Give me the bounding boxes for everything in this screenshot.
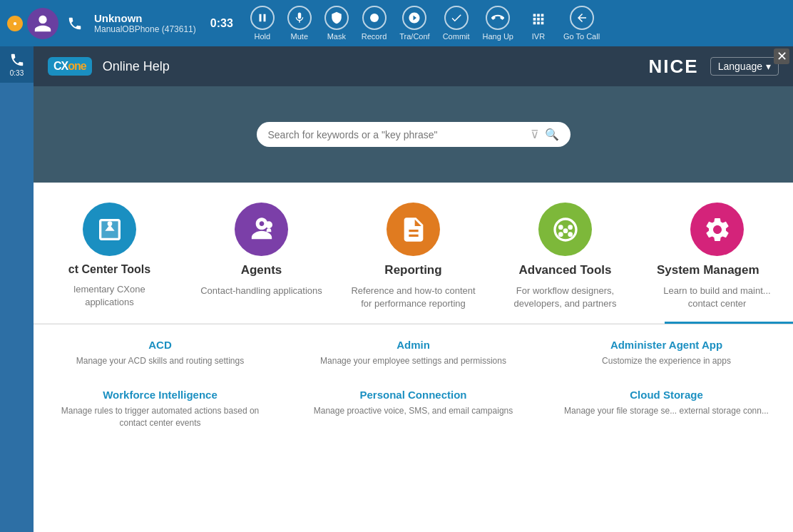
category-agents[interactable]: Agents Contact-handling applications: [185, 203, 337, 310]
svg-point-0: [370, 14, 379, 22]
reporting-desc: Reference and how-to contentfor performa…: [351, 285, 475, 310]
category-ct-center[interactable]: ct Center Tools lementary CXoneapplicati…: [34, 203, 185, 310]
ivr-button[interactable]: IVR: [526, 6, 551, 41]
link-personal-connection-desc: Manage proactive voice, SMS, and email c…: [301, 405, 526, 417]
link-administer-title[interactable]: Administer Agent App: [554, 339, 779, 351]
link-workforce-title[interactable]: Workforce Intelligence: [48, 389, 272, 401]
search-hero: ⊽ 🔍: [34, 86, 793, 183]
svg-point-6: [568, 225, 573, 230]
close-button[interactable]: ✕: [774, 48, 789, 64]
active-tab-underline: [665, 322, 793, 324]
svg-point-4: [265, 221, 272, 228]
sidebar-item-phone[interactable]: 0:33: [0, 46, 34, 83]
caller-sub: ManualOBPhone (473611): [94, 24, 196, 34]
transfer-conf-button[interactable]: Tra/Conf: [399, 6, 429, 41]
call-bar: ● Unknown ManualOBPhone (473611) 0:33 Ho…: [0, 0, 793, 46]
link-cloud-storage-title[interactable]: Cloud Storage: [554, 389, 779, 401]
svg-point-5: [558, 225, 563, 230]
language-selector[interactable]: Language ▾: [710, 57, 779, 76]
mask-button[interactable]: Mask: [324, 6, 349, 41]
link-administer-desc: Customize the experience in apps: [554, 355, 779, 367]
svg-point-3: [107, 221, 112, 226]
main-panel: CXone Online Help NICE Language ▾ ⊽ 🔍: [34, 46, 793, 532]
cxone-logo: CXone Online Help: [48, 57, 170, 76]
svg-point-7: [558, 232, 563, 237]
svg-point-9: [563, 228, 568, 233]
search-box: ⊽ 🔍: [257, 122, 571, 147]
agents-name: Agents: [241, 263, 282, 277]
go-to-call-button[interactable]: Go To Call: [563, 6, 600, 41]
advanced-name: Advanced Tools: [518, 263, 611, 277]
status-dot: ●: [7, 16, 23, 31]
categories: ct Center Tools lementary CXoneapplicati…: [34, 183, 793, 324]
header-right: NICE Language ▾: [649, 56, 779, 78]
advanced-desc: For workflow designers,developers, and p…: [514, 285, 617, 310]
caller-info: Unknown ManualOBPhone (473611): [94, 12, 196, 34]
links-grid: ACD Manage your ACD skills and routing s…: [34, 324, 793, 443]
phone-icon: [64, 13, 86, 34]
category-reporting[interactable]: Reporting Reference and how-to contentfo…: [337, 203, 489, 310]
link-workforce-desc: Manage rules to trigger automated action…: [48, 405, 272, 429]
link-cloud-storage-desc: Manage your file storage se... external …: [554, 405, 779, 417]
link-cloud-storage[interactable]: Cloud Storage Manage your file storage s…: [540, 385, 793, 433]
nice-logo: NICE: [649, 56, 699, 78]
link-admin[interactable]: Admin Manage your employee settings and …: [287, 335, 540, 371]
sidebar: 0:33: [0, 46, 34, 532]
ct-center-name: ct Center Tools: [68, 263, 150, 276]
call-actions: Hold Mute Mask Record Tr: [250, 6, 600, 41]
category-advanced[interactable]: Advanced Tools For workflow designers,de…: [489, 203, 641, 310]
reporting-icon: [387, 203, 440, 256]
hold-button[interactable]: Hold: [250, 6, 275, 41]
avatar: [27, 8, 58, 39]
system-mgmt-icon: [690, 203, 744, 256]
agents-icon: [235, 203, 288, 256]
ct-center-desc: lementary CXoneapplications: [73, 283, 145, 309]
category-system-mgmt[interactable]: System Management Learn to build and mai…: [641, 203, 793, 310]
system-mgmt-name: System Management: [657, 263, 777, 277]
mute-button[interactable]: Mute: [287, 6, 312, 41]
advanced-icon: [538, 203, 592, 256]
link-administer[interactable]: Administer Agent App Customize the exper…: [540, 335, 793, 371]
caller-name: Unknown: [94, 12, 196, 24]
link-workforce[interactable]: Workforce Intelligence Manage rules to t…: [34, 385, 287, 433]
commit-button[interactable]: Commit: [443, 6, 470, 41]
call-timer: 0:33: [210, 17, 233, 30]
svg-point-8: [568, 232, 573, 237]
logo-box: CXone: [48, 57, 92, 76]
hangup-button[interactable]: Hang Up: [483, 6, 513, 41]
online-help-title: Online Help: [103, 59, 170, 74]
link-acd-title[interactable]: ACD: [48, 339, 272, 351]
link-personal-connection-title[interactable]: Personal Connection: [301, 389, 526, 401]
link-acd-desc: Manage your ACD skills and routing setti…: [48, 355, 272, 367]
search-icon[interactable]: 🔍: [545, 128, 559, 141]
search-input[interactable]: [268, 129, 525, 140]
link-personal-connection[interactable]: Personal Connection Manage proactive voi…: [287, 385, 540, 433]
system-mgmt-desc: Learn to build and maint...contact cente…: [663, 285, 770, 310]
cxone-header: CXone Online Help NICE Language ▾: [34, 46, 793, 86]
record-button[interactable]: Record: [362, 6, 387, 41]
reporting-name: Reporting: [384, 263, 441, 277]
filter-icon[interactable]: ⊽: [531, 128, 539, 141]
link-admin-desc: Manage your employee settings and permis…: [301, 355, 526, 367]
link-acd[interactable]: ACD Manage your ACD skills and routing s…: [34, 335, 287, 371]
link-admin-title[interactable]: Admin: [301, 339, 526, 351]
agents-desc: Contact-handling applications: [200, 285, 322, 297]
ct-center-icon: [83, 203, 136, 256]
